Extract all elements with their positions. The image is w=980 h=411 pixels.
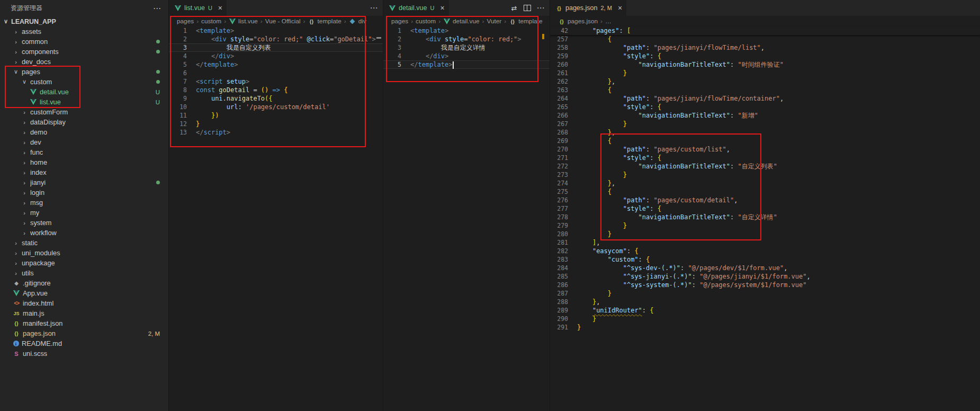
code-line-1[interactable]: 1<template> bbox=[383, 26, 550, 35]
tree-item-customForm[interactable]: ›customForm bbox=[0, 107, 168, 117]
code-line-291[interactable]: 291} bbox=[550, 323, 980, 332]
root-folder[interactable]: ∨ LEARUN_APP bbox=[0, 16, 168, 26]
tree-item-uni.scss[interactable]: Suni.scss bbox=[0, 349, 168, 359]
split-icon[interactable] bbox=[524, 4, 531, 12]
breadcrumb-template[interactable]: {}template bbox=[308, 17, 341, 25]
breadcrumb-custom[interactable]: custom bbox=[201, 17, 221, 25]
code-line-274[interactable]: 274 }, bbox=[550, 179, 980, 187]
code-line-286[interactable]: 286 "^sys-system-(.*)": "@/pages/system/… bbox=[550, 281, 980, 289]
tree-item-detail.vue[interactable]: detail.vueU bbox=[0, 87, 168, 97]
breadcrumb-detail.vue[interactable]: detail.vue bbox=[443, 17, 480, 25]
code-line-13[interactable]: 13</script> bbox=[169, 128, 383, 137]
tree-item-list.vue[interactable]: list.vueU bbox=[0, 97, 168, 107]
more-icon[interactable]: ⋯ bbox=[537, 4, 544, 12]
tree-item-system[interactable]: ›system bbox=[0, 218, 168, 228]
code-line-5[interactable]: 5</template> bbox=[169, 60, 383, 69]
tab-pages.json[interactable]: {}pages.json2, M× bbox=[550, 0, 627, 16]
code-line-3[interactable]: 3 我是自定义详情 bbox=[383, 43, 550, 52]
breadcrumb-Vuter[interactable]: Vuter bbox=[487, 17, 502, 25]
code-line-284[interactable]: 284 "^sys-dev-(.*)": "@/pages/dev/$1/for… bbox=[550, 264, 980, 272]
code-line-273[interactable]: 273 } bbox=[550, 171, 980, 179]
code-line-275[interactable]: 275 { bbox=[550, 187, 980, 196]
breadcrumb-div[interactable]: div bbox=[349, 17, 366, 25]
explorer-more-icon[interactable]: ⋯ bbox=[153, 4, 161, 13]
code-line-282[interactable]: 282 "easycom": { bbox=[550, 247, 980, 255]
tree-item-func[interactable]: ›func bbox=[0, 147, 168, 157]
code-line-6[interactable]: 6 bbox=[169, 69, 383, 77]
tree-item-utils[interactable]: ›utils bbox=[0, 268, 168, 278]
code-line-277[interactable]: 277 "style": { bbox=[550, 204, 980, 213]
tab-detail.vue[interactable]: detail.vueU× bbox=[383, 0, 449, 16]
breadcrumb-custom[interactable]: custom bbox=[416, 17, 436, 25]
code-line-10[interactable]: 10 url: '/pages/custom/detail' bbox=[169, 103, 383, 111]
code-line-269[interactable]: 269 { bbox=[550, 137, 980, 145]
code-line-278[interactable]: 278 "navigationBarTitleText": "自定义详情" bbox=[550, 213, 980, 221]
code-line-280[interactable]: 280 } bbox=[550, 230, 980, 238]
tree-item-components[interactable]: ›components bbox=[0, 47, 168, 57]
breadcrumb-pages[interactable]: pages bbox=[177, 17, 194, 25]
tree-item-dataDisplay[interactable]: ›dataDisplay bbox=[0, 117, 168, 127]
tree-item-main.js[interactable]: JSmain.js bbox=[0, 308, 168, 318]
code-line-276[interactable]: 276 "path": "pages/custom/detail", bbox=[550, 196, 980, 204]
code-line-2[interactable]: 2 <div style="color: red;"> bbox=[383, 35, 550, 43]
tree-item-dev_docs[interactable]: ›dev_docs bbox=[0, 57, 168, 67]
tree-item-workflow[interactable]: ›workflow bbox=[0, 228, 168, 238]
breadcrumb-Vue - Official[interactable]: Vue - Official bbox=[265, 17, 301, 25]
code-line-290[interactable]: 290 } bbox=[550, 315, 980, 323]
more-icon[interactable]: ⋯ bbox=[370, 4, 377, 12]
tab-list.vue[interactable]: list.vueU× bbox=[169, 0, 227, 16]
code-line-7[interactable]: 7<script setup> bbox=[169, 77, 383, 86]
close-icon[interactable]: × bbox=[440, 4, 444, 12]
tree-item-App.vue[interactable]: App.vue bbox=[0, 288, 168, 298]
code-line-267[interactable]: 267 } bbox=[550, 120, 980, 128]
code-line-289[interactable]: 289 "uniIdRouter": { bbox=[550, 306, 980, 315]
code-line-4[interactable]: 4 </div> bbox=[169, 52, 383, 60]
tree-item-my[interactable]: ›my bbox=[0, 208, 168, 218]
code-line-268[interactable]: 268 }, bbox=[550, 128, 980, 137]
tree-item-.gitignore[interactable]: ◆.gitignore bbox=[0, 278, 168, 288]
tree-item-assets[interactable]: ›assets bbox=[0, 26, 168, 37]
code-line-266[interactable]: 266 "navigationBarTitleText": "新增" bbox=[550, 111, 980, 120]
code-line-279[interactable]: 279 } bbox=[550, 221, 980, 230]
code-line-272[interactable]: 272 "navigationBarTitleText": "自定义列表" bbox=[550, 162, 980, 171]
tree-item-pages.json[interactable]: {}pages.json2, M bbox=[0, 328, 168, 338]
breadcrumb-pages[interactable]: pages bbox=[391, 17, 408, 25]
code-line-12[interactable]: 12} bbox=[169, 120, 383, 128]
code-line-288[interactable]: 288 }, bbox=[550, 298, 980, 306]
code-line-283[interactable]: 283 "custom": { bbox=[550, 255, 980, 264]
tree-item-uni_modules[interactable]: ›uni_modules bbox=[0, 248, 168, 258]
code-area-3[interactable]: 42 "pages": [257 {258 "path": "pages/jia… bbox=[550, 26, 980, 332]
tree-item-index.html[interactable]: <>index.html bbox=[0, 298, 168, 308]
code-line-11[interactable]: 11 }) bbox=[169, 111, 383, 120]
code-line-9[interactable]: 9 uni.navigateTo({ bbox=[169, 94, 383, 103]
code-line-260[interactable]: 260 "navigationBarTitleText": "时间组件验证" bbox=[550, 60, 980, 69]
code-line-281[interactable]: 281 ], bbox=[550, 238, 980, 247]
close-icon[interactable]: × bbox=[218, 4, 222, 12]
tree-item-login[interactable]: ›login bbox=[0, 187, 168, 198]
code-line-271[interactable]: 271 "style": { bbox=[550, 154, 980, 162]
code-line-262[interactable]: 262 }, bbox=[550, 77, 980, 86]
tree-item-common[interactable]: ›common bbox=[0, 37, 168, 47]
code-line-264[interactable]: 264 "path": "pages/jianyi/flowTime/conta… bbox=[550, 94, 980, 103]
code-line-287[interactable]: 287 } bbox=[550, 289, 980, 298]
breadcrumb-list.vue[interactable]: list.vue bbox=[229, 17, 258, 25]
code-line-4[interactable]: 4 </div> bbox=[383, 52, 550, 60]
tree-item-msg[interactable]: ›msg bbox=[0, 198, 168, 208]
tree-item-README.md[interactable]: README.md bbox=[0, 338, 168, 349]
tree-item-custom[interactable]: ∨custom bbox=[0, 77, 168, 87]
code-line-2[interactable]: 2 <div style="color: red;" @click="goDet… bbox=[169, 35, 383, 43]
tree-item-home[interactable]: ›home bbox=[0, 157, 168, 167]
code-line-1[interactable]: 1<template> bbox=[169, 26, 383, 35]
code-line-285[interactable]: 285 "^sys-jianyi-(.*)": "@/pages/jianyi/… bbox=[550, 272, 980, 281]
tree-item-manifest.json[interactable]: {}manifest.json bbox=[0, 318, 168, 328]
code-line-270[interactable]: 270 "path": "pages/custom/list", bbox=[550, 145, 980, 154]
code-line-258[interactable]: 258 "path": "pages/jianyi/flowTime/list"… bbox=[550, 43, 980, 52]
code-area-2[interactable]: 1<template>2 <div style="color: red;">3 … bbox=[383, 26, 550, 69]
code-line-3[interactable]: 3 我是自定义列表 bbox=[169, 43, 383, 52]
code-line-8[interactable]: 8const goDetail = () => { bbox=[169, 86, 383, 94]
compare-icon[interactable]: ⇄ bbox=[510, 4, 518, 12]
breadcrumb-pages.json[interactable]: {}pages.json bbox=[558, 17, 598, 25]
breadcrumb-…[interactable]: … bbox=[605, 17, 612, 25]
code-line-265[interactable]: 265 "style": { bbox=[550, 103, 980, 111]
code-line-263[interactable]: 263 { bbox=[550, 86, 980, 94]
